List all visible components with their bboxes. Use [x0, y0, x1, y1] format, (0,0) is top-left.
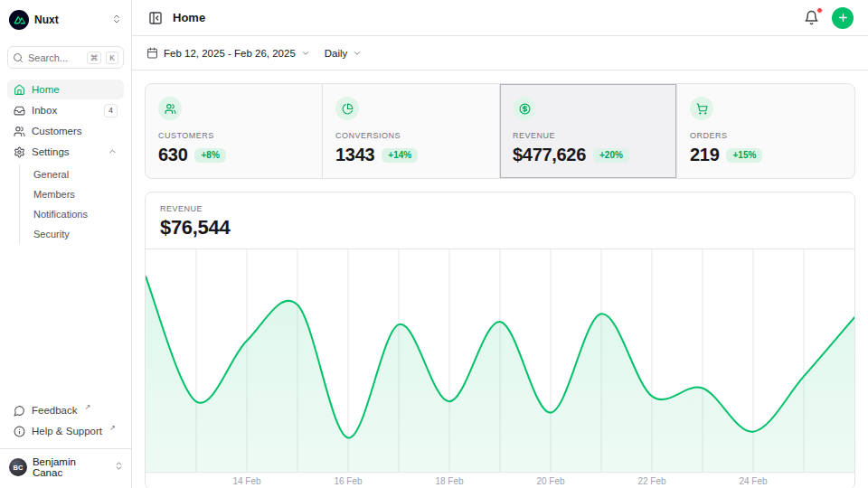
search-placeholder: Search... — [28, 52, 82, 63]
chat-bubble-icon — [14, 405, 25, 417]
chevrons-up-down-icon — [114, 461, 124, 474]
chevron-up-icon — [108, 146, 118, 158]
sidebar-footer-nav: Feedback ↗ Help & Support ↗ — [7, 400, 124, 441]
sidebar: Nuxt Search... ⌘ K Home — [0, 0, 132, 488]
sidebar-item-label: Customers — [32, 126, 82, 136]
collapse-sidebar-button[interactable] — [146, 9, 165, 27]
notification-dot — [816, 7, 823, 14]
add-button[interactable] — [832, 7, 854, 29]
stat-label: REVENUE — [513, 131, 664, 140]
stat-orders[interactable]: ORDERS 219 +15% — [677, 84, 854, 178]
users-icon — [14, 126, 25, 137]
user-name: Benjamin Canac — [33, 456, 108, 478]
notifications-button[interactable] — [802, 8, 821, 27]
nuxt-logo-icon — [9, 10, 29, 30]
stat-delta-badge: +8% — [194, 148, 225, 163]
stat-value: $477,626 — [513, 145, 586, 165]
info-icon — [14, 426, 25, 437]
page-header: Home — [132, 0, 868, 36]
sidebar-subitem-security[interactable]: Security — [20, 224, 124, 243]
revenue-chart-card: REVENUE $76,544 14 Feb16 Feb18 Feb20 Feb… — [145, 192, 855, 488]
sidebar-item-label: Help & Support — [32, 426, 102, 436]
sidebar-item-settings[interactable]: Settings — [7, 142, 124, 162]
sidebar-item-home[interactable]: Home — [7, 80, 124, 99]
stats-row: CUSTOMERS 630 +8% CONVERSIONS 1343 +14% — [145, 83, 855, 179]
team-switcher[interactable]: Nuxt — [7, 7, 124, 33]
stat-delta-badge: +14% — [382, 148, 418, 163]
home-icon — [14, 84, 25, 96]
chevron-down-icon — [301, 49, 310, 58]
main-panel: Home Feb 12, 2 — [132, 0, 868, 488]
inbox-count-badge: 4 — [104, 104, 118, 117]
svg-text:14 Feb: 14 Feb — [232, 476, 261, 486]
sidebar-item-label: Feedback — [32, 405, 78, 416]
settings-subnav: General Members Notifications Security — [19, 164, 124, 243]
chart-pie-icon — [335, 97, 359, 120]
search-input[interactable]: Search... ⌘ K — [7, 46, 124, 69]
period-select[interactable]: Daily — [325, 48, 363, 59]
sidebar-item-customers[interactable]: Customers — [7, 121, 124, 141]
sidebar-item-feedback[interactable]: Feedback ↗ — [7, 400, 124, 420]
sidebar-item-label: Inbox — [32, 105, 57, 116]
svg-text:18 Feb: 18 Feb — [435, 476, 464, 486]
stat-delta-badge: +15% — [726, 148, 762, 163]
calendar-icon — [146, 47, 158, 59]
external-link-icon: ↗ — [109, 424, 116, 432]
kbd-k: K — [106, 52, 118, 64]
panel-left-close-icon — [148, 11, 163, 25]
subitem-label: Members — [33, 189, 75, 200]
subitem-label: Security — [33, 229, 70, 239]
sidebar-subitem-general[interactable]: General — [20, 164, 124, 183]
chart-header: REVENUE $76,544 — [146, 192, 854, 249]
page-title: Home — [173, 11, 205, 24]
date-range-picker[interactable]: Feb 12, 2025 - Feb 26, 2025 — [146, 47, 310, 59]
chevrons-up-down-icon — [111, 14, 122, 27]
external-link-icon: ↗ — [85, 403, 91, 411]
sidebar-item-inbox[interactable]: Inbox 4 — [7, 100, 124, 120]
sidebar-subitem-members[interactable]: Members — [20, 184, 124, 203]
sidebar-item-help-support[interactable]: Help & Support ↗ — [7, 421, 124, 441]
kbd-cmd: ⌘ — [87, 52, 102, 64]
search-icon — [13, 52, 24, 63]
shopping-cart-icon — [690, 97, 713, 120]
revenue-area-chart[interactable]: 14 Feb16 Feb18 Feb20 Feb22 Feb24 Feb — [146, 249, 854, 488]
users-icon — [158, 97, 182, 120]
date-range-value: Feb 12, 2025 - Feb 26, 2025 — [164, 48, 296, 59]
sidebar-subitem-notifications[interactable]: Notifications — [20, 204, 124, 223]
svg-text:24 Feb: 24 Feb — [739, 476, 768, 486]
plus-icon — [837, 12, 849, 23]
inbox-icon — [14, 105, 25, 117]
subitem-label: Notifications — [33, 209, 88, 220]
sidebar-item-label: Settings — [32, 146, 70, 157]
subitem-label: General — [33, 169, 69, 180]
chevron-down-icon — [353, 49, 362, 58]
dashboard-content: CUSTOMERS 630 +8% CONVERSIONS 1343 +14% — [132, 70, 868, 488]
stat-conversions[interactable]: CONVERSIONS 1343 +14% — [323, 84, 500, 178]
svg-text:22 Feb: 22 Feb — [637, 476, 666, 486]
team-name: Nuxt — [34, 14, 59, 26]
svg-text:16 Feb: 16 Feb — [334, 476, 363, 486]
app-window: Nuxt Search... ⌘ K Home — [0, 0, 868, 488]
user-menu[interactable]: BC Benjamin Canac — [0, 448, 131, 481]
stat-customers[interactable]: CUSTOMERS 630 +8% — [146, 84, 323, 178]
chart-metric-label: REVENUE — [160, 204, 840, 213]
stat-label: ORDERS — [690, 131, 842, 140]
chart-metric-value: $76,544 — [160, 216, 840, 239]
stat-label: CONVERSIONS — [335, 131, 486, 140]
dollar-circle-icon — [513, 97, 536, 120]
filters-toolbar: Feb 12, 2025 - Feb 26, 2025 Daily — [132, 36, 868, 70]
sidebar-nav: Home Inbox 4 Customers Settings — [7, 80, 124, 245]
svg-text:20 Feb: 20 Feb — [536, 476, 565, 486]
stat-value: 630 — [158, 145, 187, 165]
stat-value: 1343 — [335, 145, 374, 165]
sidebar-item-label: Home — [32, 84, 60, 95]
period-value: Daily — [325, 48, 348, 59]
stat-label: CUSTOMERS — [158, 131, 309, 140]
gear-icon — [14, 146, 25, 158]
stat-value: 219 — [690, 145, 719, 165]
stat-revenue[interactable]: REVENUE $477,626 +20% — [500, 84, 677, 178]
avatar: BC — [9, 458, 27, 476]
stat-delta-badge: +20% — [593, 148, 629, 163]
